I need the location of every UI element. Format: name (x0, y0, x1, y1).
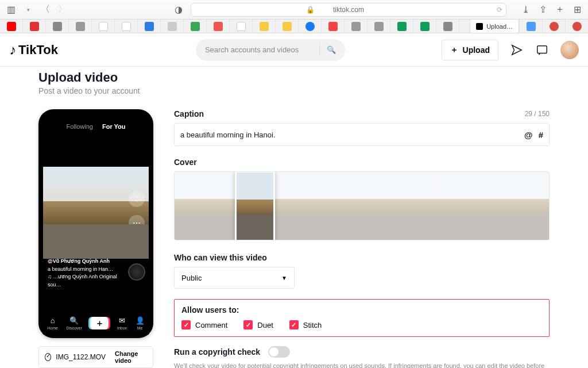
preview-caption: a beautiful morning in Han… (48, 266, 123, 274)
comment-bubble-icon[interactable]: ⋯ (129, 215, 145, 231)
video-preview: ♡ ⋯ ➦ @Vũ Phương Quỳnh Anh a beautiful m… (43, 133, 149, 312)
music-disc-icon[interactable] (128, 263, 145, 281)
active-tab-label: Upload… (486, 23, 513, 30)
nav-home[interactable]: ⌂Home (47, 316, 58, 330)
check-circle-icon (45, 353, 51, 361)
favicon-p[interactable] (368, 20, 390, 33)
file-name: IMG_1122.MOV (56, 353, 106, 361)
forward-icon: 〉 (57, 5, 68, 15)
favicon-s[interactable] (138, 20, 161, 33)
phone-preview: Following For You ♡ ⋯ ➦ @Vũ Phương Quỳnh… (38, 109, 153, 338)
phone-tab-for-you[interactable]: For You (102, 123, 126, 130)
search-separator (319, 44, 320, 56)
cover-selected-frame[interactable] (235, 171, 275, 240)
favicon-star[interactable] (161, 20, 184, 33)
allow-label: Allow users to: (181, 305, 542, 315)
caption-input[interactable]: a beautiful morning in Hanoi. @ # (174, 123, 550, 146)
favicon-youtube[interactable] (0, 20, 23, 33)
copyright-toggle[interactable] (268, 346, 290, 358)
search-input[interactable]: Search accounts and videos 🔍 (196, 39, 345, 61)
checkbox-duet[interactable]: ✓ Duet (243, 320, 273, 329)
check-icon: ✓ (181, 320, 191, 329)
hashtag-icon[interactable]: # (539, 130, 543, 140)
favicon-wp1[interactable] (542, 20, 565, 33)
favicon-wp2[interactable] (565, 20, 588, 33)
share-icon[interactable]: ⇪ (537, 5, 548, 15)
nav-me[interactable]: 👤Me (136, 316, 145, 330)
preview-music: …ương Quỳnh Anh Original sou… (48, 273, 123, 289)
favicon-b[interactable] (69, 20, 92, 33)
toolbar-dropdown-icon[interactable]: ▾ (23, 5, 33, 15)
visibility-select[interactable]: Public ▼ (174, 267, 295, 289)
lock-icon: 🔒 (306, 6, 315, 14)
checkbox-comment[interactable]: ✓ Comment (181, 320, 227, 329)
page-title: Upload video (38, 70, 550, 85)
sidebar-icon[interactable]: ▥ (6, 5, 16, 15)
copyright-label: Run a copyright check (174, 347, 260, 356)
caption-counter: 29 / 150 (525, 110, 550, 118)
favicon-drive1[interactable] (253, 20, 276, 33)
tab-strip: Upload… (0, 20, 588, 33)
favicon-wiki[interactable] (92, 20, 115, 33)
visibility-value: Public (181, 274, 202, 282)
copyright-description: We'll check your video for potential cop… (174, 361, 550, 368)
visibility-label: Who can view this video (174, 253, 550, 262)
favicon-a[interactable] (230, 20, 253, 33)
upload-label: Upload (463, 45, 490, 55)
tiktok-note-icon: ♪ (9, 42, 16, 58)
cover-label: Cover (174, 158, 550, 167)
check-icon: ✓ (289, 320, 299, 329)
favicon-green[interactable] (184, 20, 207, 33)
like-icon[interactable]: ♡ (129, 191, 145, 207)
favicon-play[interactable] (207, 20, 230, 33)
tiktok-favicon (476, 23, 483, 30)
favicon-flame[interactable] (322, 20, 345, 33)
page: Upload video Post a video to your accoun… (0, 67, 588, 368)
file-chip: IMG_1122.MOV Change video (38, 346, 153, 368)
plus-icon: ＋ (450, 45, 458, 55)
nav-inbox[interactable]: ✉Inbox (117, 316, 127, 330)
caption-value: a beautiful morning in Hanoi. (180, 131, 519, 139)
chevron-down-icon: ▼ (281, 275, 287, 281)
change-video-button[interactable]: Change video (115, 350, 147, 364)
cover-selector[interactable] (174, 171, 550, 240)
address-bar[interactable]: 🔒 tiktok.com ⟳ (191, 3, 506, 17)
search-placeholder: Search accounts and videos (205, 45, 299, 54)
upload-button[interactable]: ＋ Upload (442, 40, 498, 60)
share-arrow-icon[interactable]: ➦ (129, 239, 145, 255)
favicon-red[interactable] (23, 20, 46, 33)
tiktok-header: ♪ TikTok Search accounts and videos 🔍 ＋ … (0, 33, 588, 67)
send-icon[interactable] (510, 43, 524, 57)
search-icon[interactable]: 🔍 (327, 45, 336, 54)
tiktok-logo[interactable]: ♪ TikTok (9, 42, 58, 58)
favicon-sheets2[interactable] (413, 20, 436, 33)
reload-icon[interactable]: ⟳ (497, 6, 502, 14)
check-icon: ✓ (243, 320, 253, 329)
back-icon[interactable]: 〈 (40, 5, 51, 15)
inbox-icon[interactable] (535, 43, 549, 57)
active-tab[interactable]: Upload… (470, 20, 519, 33)
favicon-sheets1[interactable] (390, 20, 413, 33)
mention-icon[interactable]: @ (524, 130, 533, 140)
shield-icon[interactable]: ◑ (173, 5, 184, 15)
phone-tab-following[interactable]: Following (66, 123, 92, 130)
avatar[interactable] (560, 41, 579, 59)
allow-users-section: Allow users to: ✓ Comment ✓ Duet ✓ Stitc (174, 299, 550, 337)
favicon-g2[interactable] (436, 20, 459, 33)
checkbox-stitch[interactable]: ✓ Stitch (289, 320, 322, 329)
tabs-overview-icon[interactable]: ⊞ (572, 5, 582, 15)
new-tab-icon[interactable]: ＋ (555, 5, 565, 15)
favicon-fb[interactable] (299, 20, 322, 33)
svg-rect-0 (537, 45, 547, 53)
safari-toolbar: ▥ ▾ 〈 〉 ◑ 🔒 tiktok.com ⟳ ⤓ ⇪ ＋ ⊞ (0, 0, 588, 20)
favicon-g1[interactable] (46, 20, 69, 33)
favicon-v[interactable] (115, 20, 138, 33)
nav-create[interactable]: ＋ (90, 317, 109, 329)
tiktok-brand: TikTok (18, 43, 58, 57)
favicon-w[interactable] (345, 20, 368, 33)
favicon-translate[interactable] (519, 20, 542, 33)
nav-discover[interactable]: 🔍Discover (67, 316, 82, 330)
downloads-icon[interactable]: ⤓ (520, 5, 531, 15)
preview-username: @Vũ Phương Quỳnh Anh (48, 258, 123, 266)
favicon-drive2[interactable] (276, 20, 299, 33)
